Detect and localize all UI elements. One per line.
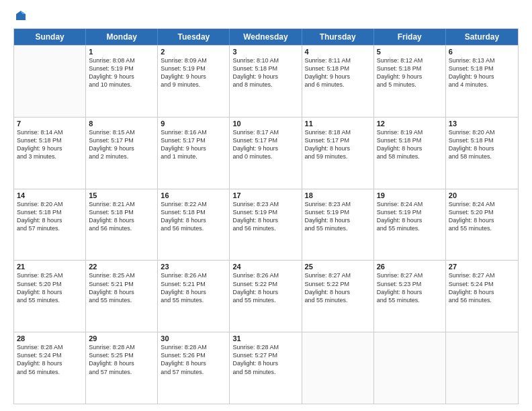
day-number: 15: [89, 191, 154, 199]
day-cell-9: 9Sunrise: 8:16 AM Sunset: 5:17 PM Daylig…: [158, 118, 230, 189]
page: SundayMondayTuesdayWednesdayThursdayFrid…: [0, 0, 532, 411]
day-cell-29: 29Sunrise: 8:28 AM Sunset: 5:25 PM Dayli…: [86, 332, 158, 404]
day-cell-25: 25Sunrise: 8:27 AM Sunset: 5:22 PM Dayli…: [302, 261, 374, 332]
day-info: Sunrise: 8:14 AM Sunset: 5:18 PM Dayligh…: [17, 128, 83, 161]
day-cell-11: 11Sunrise: 8:18 AM Sunset: 5:17 PM Dayli…: [302, 118, 374, 189]
day-cell-6: 6Sunrise: 8:13 AM Sunset: 5:18 PM Daylig…: [446, 46, 518, 117]
day-number: 9: [161, 120, 226, 128]
day-cell-1: 1Sunrise: 8:08 AM Sunset: 5:19 PM Daylig…: [86, 46, 158, 117]
day-cell-26: 26Sunrise: 8:27 AM Sunset: 5:23 PM Dayli…: [374, 261, 446, 332]
header-day-sunday: Sunday: [14, 29, 86, 45]
day-cell-4: 4Sunrise: 8:11 AM Sunset: 5:18 PM Daylig…: [302, 46, 374, 117]
day-info: Sunrise: 8:08 AM Sunset: 5:19 PM Dayligh…: [89, 56, 154, 89]
day-info: Sunrise: 8:26 AM Sunset: 5:21 PM Dayligh…: [161, 271, 226, 304]
day-number: 28: [17, 334, 83, 342]
week-row-4: 21Sunrise: 8:25 AM Sunset: 5:20 PM Dayli…: [14, 260, 518, 332]
day-cell-5: 5Sunrise: 8:12 AM Sunset: 5:18 PM Daylig…: [374, 46, 446, 117]
day-cell-13: 13Sunrise: 8:20 AM Sunset: 5:18 PM Dayli…: [446, 118, 518, 189]
day-number: 14: [17, 191, 83, 199]
day-number: 11: [305, 120, 371, 128]
day-info: Sunrise: 8:27 AM Sunset: 5:24 PM Dayligh…: [449, 271, 515, 304]
day-cell-10: 10Sunrise: 8:17 AM Sunset: 5:17 PM Dayli…: [230, 118, 302, 189]
day-cell-20: 20Sunrise: 8:24 AM Sunset: 5:20 PM Dayli…: [446, 189, 518, 261]
day-number: 12: [377, 120, 443, 128]
day-number: 23: [161, 263, 226, 271]
day-info: Sunrise: 8:26 AM Sunset: 5:22 PM Dayligh…: [232, 271, 298, 304]
day-info: Sunrise: 8:16 AM Sunset: 5:17 PM Dayligh…: [161, 128, 226, 161]
day-info: Sunrise: 8:24 AM Sunset: 5:19 PM Dayligh…: [377, 200, 443, 233]
calendar: SundayMondayTuesdayWednesdayThursdayFrid…: [13, 28, 519, 404]
day-cell-22: 22Sunrise: 8:25 AM Sunset: 5:21 PM Dayli…: [86, 261, 158, 332]
week-row-3: 14Sunrise: 8:20 AM Sunset: 5:18 PM Dayli…: [14, 189, 518, 261]
day-info: Sunrise: 8:27 AM Sunset: 5:23 PM Dayligh…: [377, 271, 443, 304]
day-cell-12: 12Sunrise: 8:19 AM Sunset: 5:18 PM Dayli…: [374, 118, 446, 189]
day-info: Sunrise: 8:20 AM Sunset: 5:18 PM Dayligh…: [17, 200, 83, 233]
day-info: Sunrise: 8:23 AM Sunset: 5:19 PM Dayligh…: [305, 200, 371, 233]
day-cell-21: 21Sunrise: 8:25 AM Sunset: 5:20 PM Dayli…: [14, 261, 86, 332]
calendar-header: SundayMondayTuesdayWednesdayThursdayFrid…: [14, 29, 518, 45]
day-info: Sunrise: 8:10 AM Sunset: 5:18 PM Dayligh…: [232, 56, 298, 89]
header: [13, 11, 519, 21]
day-info: Sunrise: 8:27 AM Sunset: 5:22 PM Dayligh…: [305, 271, 371, 304]
day-number: 29: [89, 334, 154, 342]
day-info: Sunrise: 8:25 AM Sunset: 5:20 PM Dayligh…: [17, 271, 83, 304]
week-row-5: 28Sunrise: 8:28 AM Sunset: 5:24 PM Dayli…: [14, 332, 518, 404]
day-info: Sunrise: 8:28 AM Sunset: 5:25 PM Dayligh…: [89, 343, 154, 376]
day-number: 30: [161, 334, 226, 342]
day-info: Sunrise: 8:19 AM Sunset: 5:18 PM Dayligh…: [377, 128, 443, 161]
day-cell-16: 16Sunrise: 8:22 AM Sunset: 5:18 PM Dayli…: [158, 189, 230, 261]
day-number: 16: [161, 191, 226, 199]
day-number: 4: [305, 48, 371, 56]
day-number: 20: [449, 191, 515, 199]
day-cell-17: 17Sunrise: 8:23 AM Sunset: 5:19 PM Dayli…: [230, 189, 302, 261]
logo: [13, 11, 27, 21]
week-row-1: 1Sunrise: 8:08 AM Sunset: 5:19 PM Daylig…: [14, 45, 518, 117]
day-info: Sunrise: 8:23 AM Sunset: 5:19 PM Dayligh…: [232, 200, 298, 233]
day-info: Sunrise: 8:11 AM Sunset: 5:18 PM Dayligh…: [305, 56, 371, 89]
day-info: Sunrise: 8:25 AM Sunset: 5:21 PM Dayligh…: [89, 271, 154, 304]
day-info: Sunrise: 8:13 AM Sunset: 5:18 PM Dayligh…: [449, 56, 515, 89]
day-info: Sunrise: 8:20 AM Sunset: 5:18 PM Dayligh…: [449, 128, 515, 161]
day-info: Sunrise: 8:18 AM Sunset: 5:17 PM Dayligh…: [305, 128, 371, 161]
day-info: Sunrise: 8:09 AM Sunset: 5:19 PM Dayligh…: [161, 56, 226, 89]
day-info: Sunrise: 8:28 AM Sunset: 5:24 PM Dayligh…: [17, 343, 83, 376]
day-cell-30: 30Sunrise: 8:28 AM Sunset: 5:26 PM Dayli…: [158, 332, 230, 404]
header-day-friday: Friday: [374, 29, 446, 45]
day-info: Sunrise: 8:21 AM Sunset: 5:18 PM Dayligh…: [89, 200, 154, 233]
day-info: Sunrise: 8:15 AM Sunset: 5:17 PM Dayligh…: [89, 128, 154, 161]
day-cell-31: 31Sunrise: 8:28 AM Sunset: 5:27 PM Dayli…: [230, 332, 302, 404]
day-number: 3: [232, 48, 298, 56]
day-cell-14: 14Sunrise: 8:20 AM Sunset: 5:18 PM Dayli…: [14, 189, 86, 261]
day-number: 10: [232, 120, 298, 128]
logo-icon: [15, 9, 27, 21]
day-cell-24: 24Sunrise: 8:26 AM Sunset: 5:22 PM Dayli…: [230, 261, 302, 332]
day-info: Sunrise: 8:17 AM Sunset: 5:17 PM Dayligh…: [232, 128, 298, 161]
day-number: 19: [377, 191, 443, 199]
day-cell-27: 27Sunrise: 8:27 AM Sunset: 5:24 PM Dayli…: [446, 261, 518, 332]
week-row-2: 7Sunrise: 8:14 AM Sunset: 5:18 PM Daylig…: [14, 117, 518, 189]
day-number: 6: [449, 48, 515, 56]
day-number: 21: [17, 263, 83, 271]
header-day-saturday: Saturday: [446, 29, 518, 45]
day-cell-19: 19Sunrise: 8:24 AM Sunset: 5:19 PM Dayli…: [374, 189, 446, 261]
empty-cell: [302, 332, 374, 404]
day-cell-18: 18Sunrise: 8:23 AM Sunset: 5:19 PM Dayli…: [302, 189, 374, 261]
day-number: 17: [232, 191, 298, 199]
day-number: 22: [89, 263, 154, 271]
day-number: 5: [377, 48, 443, 56]
day-number: 7: [17, 120, 83, 128]
day-number: 13: [449, 120, 515, 128]
calendar-body: 1Sunrise: 8:08 AM Sunset: 5:19 PM Daylig…: [14, 45, 518, 404]
day-cell-23: 23Sunrise: 8:26 AM Sunset: 5:21 PM Dayli…: [158, 261, 230, 332]
header-day-thursday: Thursday: [302, 29, 374, 45]
empty-cell: [446, 332, 518, 404]
header-day-tuesday: Tuesday: [158, 29, 230, 45]
day-cell-8: 8Sunrise: 8:15 AM Sunset: 5:17 PM Daylig…: [86, 118, 158, 189]
header-day-wednesday: Wednesday: [230, 29, 302, 45]
day-number: 24: [232, 263, 298, 271]
day-cell-28: 28Sunrise: 8:28 AM Sunset: 5:24 PM Dayli…: [14, 332, 86, 404]
svg-marker-0: [16, 11, 26, 20]
day-info: Sunrise: 8:12 AM Sunset: 5:18 PM Dayligh…: [377, 56, 443, 89]
day-info: Sunrise: 8:22 AM Sunset: 5:18 PM Dayligh…: [161, 200, 226, 233]
day-info: Sunrise: 8:28 AM Sunset: 5:26 PM Dayligh…: [161, 343, 226, 376]
